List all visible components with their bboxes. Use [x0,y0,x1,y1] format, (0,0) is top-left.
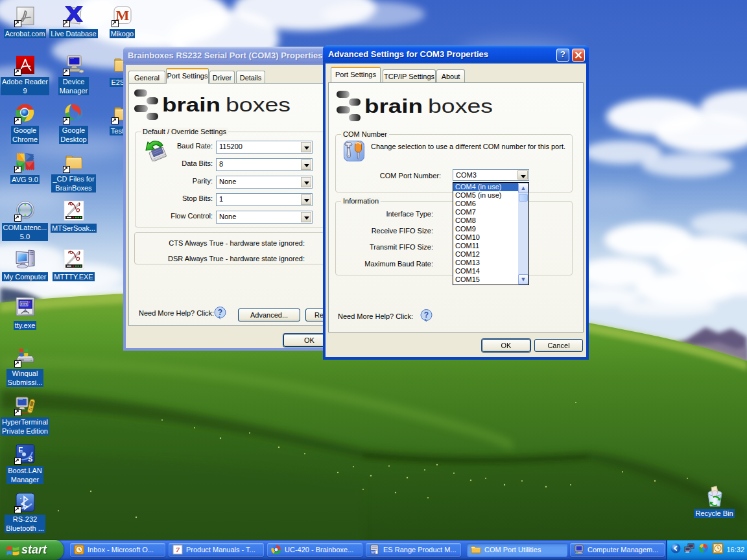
svg-text:?: ? [218,308,222,317]
svg-text:brain: brain [162,94,220,115]
svg-text:W: W [371,550,375,554]
svg-text:brain: brain [364,95,423,117]
svg-text:TTY: TTY [20,302,27,306]
svg-text:boxes: boxes [428,95,493,117]
svg-text:7: 7 [176,546,180,554]
svg-text:?: ? [424,310,429,320]
svg-text:boxes: boxes [226,94,290,116]
svg-text:E: E [18,446,23,454]
